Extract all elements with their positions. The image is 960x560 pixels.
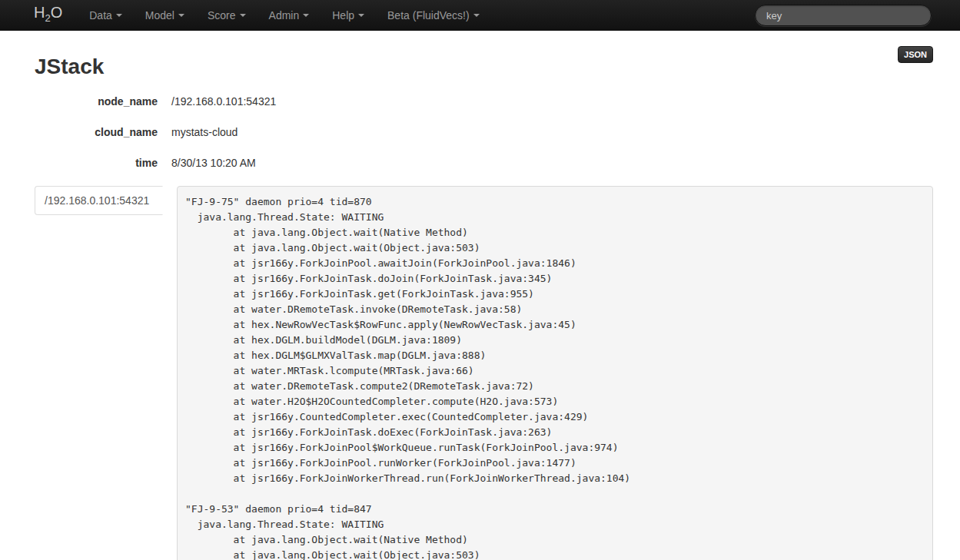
node-tab-192-168-0-101[interactable]: /192.168.0.101:54321	[35, 186, 163, 215]
tab-content: "FJ-9-75" daemon prio=4 tid=870 java.lan…	[177, 186, 933, 560]
json-view-button[interactable]: JSON	[898, 46, 933, 63]
top-navbar: H2O Data Model Score Admin Help Beta (Fl…	[0, 0, 960, 31]
menu-item-help[interactable]: Help	[321, 0, 376, 31]
brand-text-o: O	[51, 4, 63, 21]
brand-text: H	[34, 4, 45, 21]
field-label: cloud_name	[35, 124, 158, 140]
menu-label: Beta (FluidVecs!)	[387, 8, 470, 23]
stack-trace-block: "FJ-9-75" daemon prio=4 tid=870 java.lan…	[177, 186, 933, 560]
field-row-node-name: node_name /192.168.0.101:54321	[35, 94, 933, 109]
menu-label: Admin	[269, 8, 300, 23]
menu-label: Data	[89, 8, 112, 23]
menu-label: Score	[208, 8, 236, 23]
field-row-cloud-name: cloud_name mystats-cloud	[35, 124, 933, 140]
caret-down-icon	[240, 14, 246, 17]
caret-down-icon	[358, 14, 364, 17]
brand-subscript: 2	[45, 12, 50, 24]
field-value: /192.168.0.101:54321	[171, 94, 276, 109]
main-content: JStack node_name /192.168.0.101:54321 cl…	[35, 54, 933, 560]
menu-item-admin[interactable]: Admin	[257, 0, 321, 31]
menu-item-beta-fluidvecs[interactable]: Beta (FluidVecs!)	[376, 0, 491, 31]
jstack-info-form: node_name /192.168.0.101:54321 cloud_nam…	[35, 94, 933, 171]
caret-down-icon	[178, 14, 184, 17]
main-menu: Data Model Score Admin Help Beta (FluidV…	[78, 0, 490, 31]
field-label: node_name	[35, 94, 158, 109]
field-value: mystats-cloud	[171, 124, 238, 140]
menu-item-score[interactable]: Score	[196, 0, 257, 31]
menu-label: Model	[145, 8, 174, 23]
field-label: time	[35, 155, 158, 171]
h2o-logo[interactable]: H2O	[0, 0, 78, 34]
menu-item-model[interactable]: Model	[134, 0, 196, 31]
page-title: JStack	[35, 54, 933, 80]
caret-down-icon	[116, 14, 122, 17]
menu-label: Help	[332, 8, 354, 23]
field-value: 8/30/13 10:20 AM	[171, 155, 256, 171]
caret-down-icon	[303, 14, 309, 17]
caret-down-icon	[473, 14, 480, 17]
field-row-time: time 8/30/13 10:20 AM	[35, 155, 933, 171]
menu-item-data[interactable]: Data	[78, 0, 134, 31]
search-input[interactable]	[755, 5, 932, 26]
node-tabs-area: /192.168.0.101:54321 "FJ-9-75" daemon pr…	[35, 186, 933, 560]
